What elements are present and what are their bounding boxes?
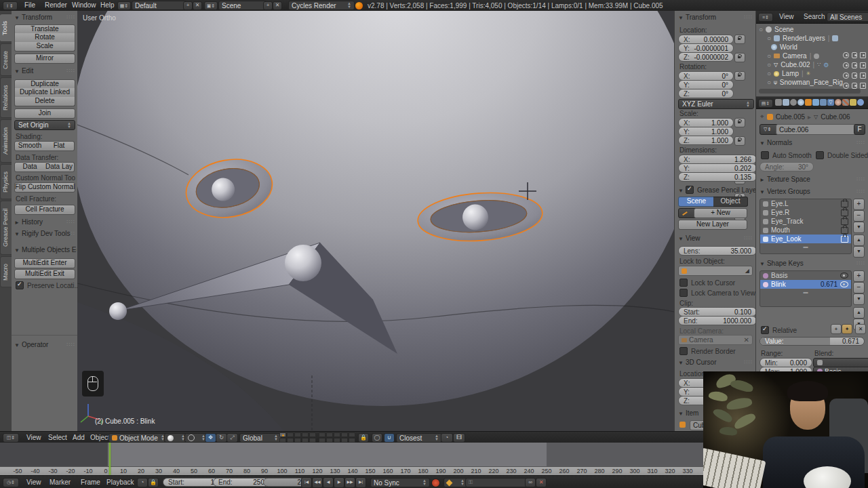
play-reverse-button[interactable]: ◀ — [323, 477, 334, 488]
range-min-field[interactable]: Min:0.000 — [760, 358, 812, 367]
eyedropper-icon[interactable]: ◢ — [745, 268, 749, 274]
fake-user-button[interactable]: F — [854, 124, 865, 135]
record-button[interactable] — [431, 479, 440, 487]
vertex-groups-header[interactable]: ▼Vertex Groups:::: — [760, 188, 865, 195]
dim-x-field[interactable]: X:1.266 — [678, 155, 757, 164]
cursor-panel-header[interactable]: ▼3D Cursor:::: — [678, 359, 753, 366]
outliner-search-menu[interactable]: Search — [798, 11, 831, 23]
snap-element-dropdown[interactable]: Closest▲▼ — [396, 433, 442, 443]
flat-button[interactable]: Flat — [44, 141, 75, 151]
auto-smooth-checkbox[interactable]: Auto Smooth — [761, 151, 812, 159]
lock-rotation-z[interactable] — [734, 136, 745, 146]
render-opengl-button[interactable]: ◔ — [441, 433, 453, 443]
view-panel-header[interactable]: ▼View:::: — [678, 235, 753, 242]
lock-icon[interactable] — [841, 201, 848, 207]
lock-to-cursor-checkbox[interactable]: Lock to Cursor — [679, 279, 735, 287]
layer-cell[interactable] — [334, 432, 340, 437]
outliner-display-dropdown[interactable]: All Scenes — [827, 12, 868, 22]
sync-dropdown[interactable]: No Sync▲▼ — [370, 478, 430, 487]
preserve-location-checkbox[interactable]: Preserve Locati... — [16, 281, 80, 289]
panel-multi-objects-header[interactable]: ▼Multiple Objects Edit — [14, 246, 77, 253]
select-icon[interactable] — [852, 52, 858, 58]
shapekey-value-slider[interactable]: Value: 0.671 — [760, 337, 865, 346]
panel-edit-header[interactable]: ▼Edit:::: — [14, 67, 75, 75]
multiedit-enter-button[interactable]: MultiEdit Enter — [14, 258, 75, 268]
outliner-row-cube002[interactable]: ○▽Cube.002|∵⚙ — [767, 61, 829, 68]
location-z-field[interactable]: Z:-0.0000002 — [678, 52, 734, 62]
keying-set-dropdown[interactable]: ▲▼ — [443, 478, 468, 487]
tab-constraints-icon[interactable] — [812, 99, 819, 106]
lock-location-x[interactable] — [734, 35, 745, 44]
shapekey-specials-button[interactable]: ▼ — [853, 293, 865, 305]
layer-cell[interactable] — [294, 438, 301, 443]
render-border-checkbox[interactable]: Render Border — [679, 347, 736, 355]
outliner-row-scene[interactable]: ○Scene — [759, 26, 793, 33]
list-resize-grip[interactable]: ▬ — [760, 289, 851, 297]
layout-selector[interactable]: Default — [132, 1, 187, 10]
tab-render-icon[interactable] — [775, 99, 782, 106]
expand-icon[interactable]: ○ — [767, 52, 771, 60]
grease-pencil-header[interactable]: ▼Grease Pencil Layer — [678, 186, 755, 194]
lock-location-y[interactable] — [734, 53, 745, 62]
hide-icon[interactable] — [843, 73, 849, 79]
lock-to-object-field[interactable]: ◢ — [678, 266, 753, 276]
smooth-button[interactable]: Smooth — [14, 141, 45, 151]
vgroup-row[interactable]: Eye.L — [760, 199, 851, 208]
layer-cell[interactable] — [302, 432, 309, 437]
jump-end-button[interactable]: ▶| — [355, 477, 366, 488]
vgroup-row[interactable]: Eye_Track — [760, 217, 851, 226]
rotation-z-field[interactable]: Z:0° — [678, 89, 734, 98]
lock-location-z[interactable] — [734, 71, 745, 81]
dim-y-field[interactable]: Y:0.202 — [678, 163, 757, 173]
shapekey-mute-icon[interactable] — [840, 281, 848, 287]
menu-help[interactable]: Help — [95, 0, 120, 11]
tab-modifiers-icon[interactable] — [820, 99, 827, 106]
scene-add-button[interactable]: + — [263, 1, 273, 10]
next-keyframe-button[interactable]: ▶▶ — [344, 477, 355, 488]
prev-keyframe-button[interactable]: ◀◀ — [312, 477, 323, 488]
tab-particles-icon[interactable] — [850, 99, 856, 106]
clip-start-field[interactable]: Start:0.100 — [678, 307, 757, 317]
scale-y-field[interactable]: Y:1.000 — [678, 127, 734, 136]
relative-checkbox[interactable]: Relative — [761, 326, 797, 334]
gp-object-toggle[interactable]: Object — [713, 197, 748, 207]
tab-tools[interactable]: Tools — [0, 14, 12, 42]
lens-field[interactable]: Lens:35.000 — [678, 246, 757, 256]
layer-cell[interactable] — [319, 438, 326, 443]
outliner-row-world[interactable]: World — [771, 43, 797, 51]
preview-range-button[interactable]: ◔ — [137, 478, 148, 487]
lock-icon[interactable] — [841, 227, 848, 234]
vgroup-row[interactable]: Eye.R — [760, 208, 851, 217]
cell-fracture-button[interactable]: Cell Fracture — [14, 205, 75, 215]
panel-transform-header[interactable]: ▼Transform:::: — [14, 14, 75, 21]
layer-cell[interactable] — [279, 438, 286, 443]
texture-space-header[interactable]: ►Texture Space:::: — [760, 176, 865, 183]
select-icon[interactable] — [852, 83, 858, 89]
render-restrict-icon[interactable] — [860, 62, 866, 68]
lock-camera-checkbox[interactable]: Lock Camera to View — [679, 289, 755, 297]
breadcrumb-data[interactable]: Cube.006 — [821, 113, 850, 121]
tab-texture-icon[interactable] — [842, 99, 849, 106]
rotation-y-field[interactable]: Y:0° — [678, 80, 734, 89]
panel-rigify-header[interactable]: ▼Rigify Dev Tools:: — [14, 230, 75, 237]
rotation-x-field[interactable]: X:0° — [678, 71, 734, 81]
vgroup-remove-button[interactable]: − — [853, 210, 865, 222]
shapekey-add-button[interactable]: + — [853, 270, 865, 282]
gp-scene-toggle[interactable]: Scene — [678, 197, 715, 207]
frame-end-field[interactable]: End:250 — [213, 478, 270, 487]
outliner-row-camera[interactable]: ○Camera| — [767, 52, 819, 60]
rotation-mode-dropdown[interactable]: XYZ Euler▲▼ — [678, 99, 754, 109]
mirror-button[interactable]: Mirror — [14, 54, 75, 64]
layer-cell[interactable] — [326, 432, 333, 437]
delete-key-button[interactable]: ✕ — [536, 478, 547, 487]
frame-lock-button[interactable]: 🔒 — [148, 478, 159, 487]
lock-icon[interactable] — [841, 209, 848, 216]
shapekey-row-basis[interactable]: Basis — [760, 271, 851, 280]
outliner-view-menu[interactable]: View — [774, 11, 800, 23]
orientation-dropdown[interactable]: Global▲▼ — [239, 433, 281, 443]
shape-keys-header[interactable]: ▼Shape Keys:::: — [760, 260, 865, 267]
layer-cell[interactable] — [334, 438, 340, 443]
location-y-field[interactable]: Y:-0.0000001 — [678, 43, 734, 53]
npanel-transform-header[interactable]: ▼Transform:::: — [678, 14, 753, 21]
select-icon[interactable] — [852, 62, 858, 68]
